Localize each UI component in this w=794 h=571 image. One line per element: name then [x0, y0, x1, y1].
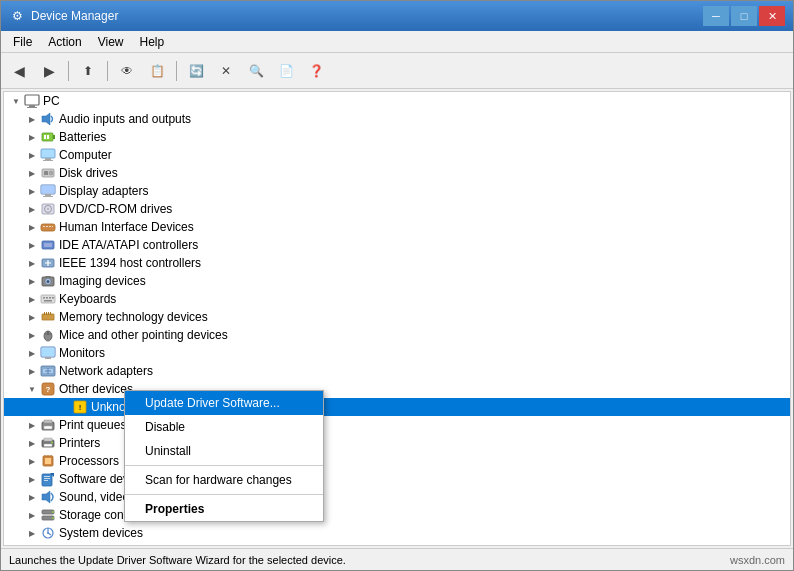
svg-rect-40 [44, 312, 45, 315]
tree-item-system[interactable]: System devices [4, 524, 790, 542]
context-menu-update-driver[interactable]: Update Driver Software... [125, 391, 323, 415]
tree-item-hid[interactable]: Human Interface Devices [4, 218, 790, 236]
svg-rect-33 [41, 295, 55, 303]
tree-root[interactable]: PC [4, 92, 790, 110]
tree-item-sound[interactable]: Sound, video and game controllers [4, 488, 790, 506]
software-expand[interactable] [24, 471, 40, 487]
network-expand[interactable] [24, 363, 40, 379]
status-brand: wsxdn.com [730, 554, 785, 566]
batteries-expand[interactable] [24, 129, 40, 145]
computer-label: Computer [59, 148, 112, 162]
back-button[interactable]: ◀ [5, 58, 33, 84]
tree-item-printers[interactable]: Printers [4, 434, 790, 452]
tree-item-network[interactable]: Network adapters [4, 362, 790, 380]
memory-label: Memory technology devices [59, 310, 208, 324]
resources-button[interactable]: 📋 [143, 58, 171, 84]
properties-button[interactable]: 📄 [272, 58, 300, 84]
root-expand-btn[interactable] [8, 93, 24, 109]
svg-rect-7 [47, 135, 49, 139]
printq-expand[interactable] [24, 417, 40, 433]
context-menu-scan[interactable]: Scan for hardware changes [125, 468, 323, 492]
computer-expand[interactable] [24, 147, 40, 163]
scan-changes-button[interactable]: 🔍 [242, 58, 270, 84]
tree-item-keyboards[interactable]: Keyboards [4, 290, 790, 308]
mice-label: Mice and other pointing devices [59, 328, 228, 342]
usb-expand[interactable] [24, 543, 40, 546]
tree-item-monitors[interactable]: Monitors [4, 344, 790, 362]
printers-expand[interactable] [24, 435, 40, 451]
tree-item-ieee[interactable]: IEEE 1394 host controllers [4, 254, 790, 272]
dvd-expand[interactable] [24, 201, 40, 217]
svg-rect-9 [45, 158, 51, 160]
tree-item-disk[interactable]: Disk drives [4, 164, 790, 182]
svg-text:!: ! [79, 403, 82, 412]
processors-expand[interactable] [24, 453, 40, 469]
other-expand[interactable] [24, 381, 40, 397]
tree-item-processors[interactable]: Processors [4, 452, 790, 470]
forward-button[interactable]: ▶ [35, 58, 63, 84]
svg-rect-16 [45, 194, 51, 196]
tree-item-storage[interactable]: Storage controllers [4, 506, 790, 524]
context-menu-disable[interactable]: Disable [125, 415, 323, 439]
ieee-expand[interactable] [24, 255, 40, 271]
tree-item-mice[interactable]: Mice and other pointing devices [4, 326, 790, 344]
sound-expand[interactable] [24, 489, 40, 505]
system-expand[interactable] [24, 525, 40, 541]
minimize-button[interactable]: ─ [703, 6, 729, 26]
tree-item-other[interactable]: ? Other devices [4, 380, 790, 398]
tree-item-unknown[interactable]: ! Unknown device [4, 398, 790, 416]
ide-label: IDE ATA/ATAPI controllers [59, 238, 198, 252]
display-expand[interactable] [24, 183, 40, 199]
svg-rect-17 [43, 196, 53, 197]
device-tree[interactable]: PC Audio inputs and outputs [3, 91, 791, 546]
disk-expand[interactable] [24, 165, 40, 181]
audio-expand[interactable] [24, 111, 40, 127]
uninstall-button[interactable]: ✕ [212, 58, 240, 84]
svg-rect-0 [25, 95, 39, 105]
storage-expand[interactable] [24, 507, 40, 523]
svg-rect-12 [44, 171, 48, 175]
monitors-expand[interactable] [24, 345, 40, 361]
svg-point-79 [52, 511, 54, 513]
menu-action[interactable]: Action [40, 33, 89, 51]
tree-item-display[interactable]: Display adapters [4, 182, 790, 200]
tree-item-imaging[interactable]: Imaging devices [4, 272, 790, 290]
tree-item-usb[interactable]: Universal Serial Bus controllers [4, 542, 790, 546]
hid-expand[interactable] [24, 219, 40, 235]
tree-item-printq[interactable]: Print queues [4, 416, 790, 434]
svg-point-84 [47, 532, 49, 534]
svg-rect-67 [45, 458, 51, 464]
keyboards-icon [40, 291, 56, 307]
menu-help[interactable]: Help [132, 33, 173, 51]
menu-view[interactable]: View [90, 33, 132, 51]
processors-icon [40, 453, 56, 469]
update-driver-button[interactable]: 🔄 [182, 58, 210, 84]
up-button[interactable]: ⬆ [74, 58, 102, 84]
tree-item-ide[interactable]: IDE ATA/ATAPI controllers [4, 236, 790, 254]
close-button[interactable]: ✕ [759, 6, 785, 26]
imaging-expand[interactable] [24, 273, 40, 289]
memory-expand[interactable] [24, 309, 40, 325]
show-hidden-button[interactable]: 👁 [113, 58, 141, 84]
context-menu-uninstall[interactable]: Uninstall [125, 439, 323, 463]
help-toolbar-button[interactable]: ❓ [302, 58, 330, 84]
monitors-icon [40, 345, 56, 361]
imaging-icon [40, 273, 56, 289]
context-menu-sep-2 [125, 494, 323, 495]
mice-expand[interactable] [24, 327, 40, 343]
dvd-label: DVD/CD-ROM drives [59, 202, 172, 216]
ide-expand[interactable] [24, 237, 40, 253]
context-menu-properties[interactable]: Properties [125, 497, 323, 521]
toolbar: ◀ ▶ ⬆ 👁 📋 🔄 ✕ 🔍 📄 ❓ [1, 53, 793, 89]
tree-item-software[interactable]: Software devices [4, 470, 790, 488]
menu-file[interactable]: File [5, 33, 40, 51]
tree-item-audio[interactable]: Audio inputs and outputs [4, 110, 790, 128]
svg-rect-43 [50, 312, 51, 315]
tree-item-computer[interactable]: Computer [4, 146, 790, 164]
tree-item-batteries[interactable]: Batteries [4, 128, 790, 146]
toolbar-sep-3 [176, 61, 177, 81]
maximize-button[interactable]: □ [731, 6, 757, 26]
keyboards-expand[interactable] [24, 291, 40, 307]
tree-item-dvd[interactable]: DVD/CD-ROM drives [4, 200, 790, 218]
tree-item-memory[interactable]: Memory technology devices [4, 308, 790, 326]
